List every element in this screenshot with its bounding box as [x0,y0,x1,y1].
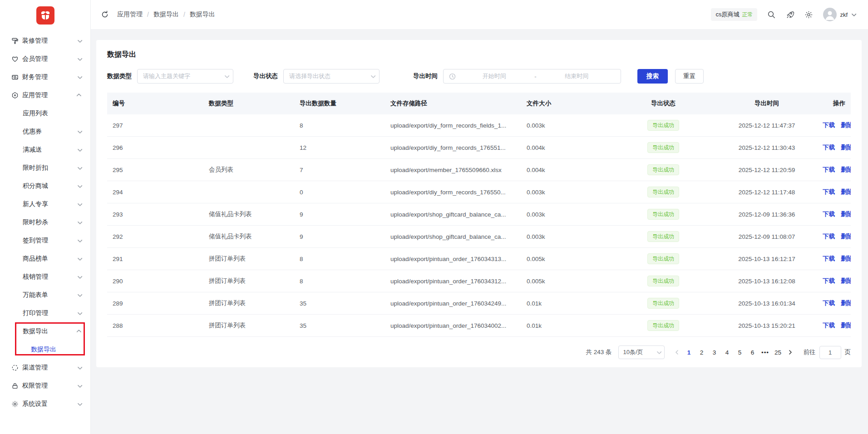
row-id: 291 [107,256,203,262]
delete-link[interactable]: 删除 [841,277,851,284]
delete-link[interactable]: 删除 [841,122,851,128]
col-count: 导出数据数量 [294,99,385,108]
page-number-last[interactable]: 25 [772,346,784,359]
sidebar-item-full-reduction[interactable]: 满减送 [0,141,90,159]
download-link[interactable]: 下载 [823,233,835,240]
page-number[interactable]: 6 [746,346,759,359]
row-id: 292 [107,233,203,240]
breadcrumb-item[interactable]: 数据导出 [153,10,179,19]
row-type: 会员列表 [203,166,294,174]
download-link[interactable]: 下载 [823,277,835,284]
filter-export-time: 导出时间 开始时间 - 结束时间 [413,69,621,84]
sidebar-item-finance[interactable]: 财务管理 [0,68,90,86]
sidebar-item-channel[interactable]: 渠道管理 [0,359,90,377]
sidebar-item-label: 新人专享 [23,200,77,208]
row-count: 7 [294,167,385,173]
sidebar-item-decoration[interactable]: 装修管理 [0,32,90,50]
logo[interactable] [0,0,90,31]
sidebar-item-data-export[interactable]: 数据导出 [0,340,90,359]
download-link[interactable]: 下载 [823,255,835,262]
row-size: 0.003k [521,233,610,240]
download-link[interactable]: 下载 [823,122,835,128]
download-link[interactable]: 下载 [823,300,835,306]
download-link[interactable]: 下载 [823,166,835,173]
pagination: 共 243 条 10条/页 1 2 3 4 5 6 ••• 25 [107,345,851,359]
goto-suffix: 页 [845,348,851,356]
delete-link[interactable]: 删除 [841,233,851,240]
search-icon[interactable] [767,10,776,19]
sidebar-item-label: 满减送 [23,146,77,154]
sidebar-item-verification[interactable]: 核销管理 [0,268,90,286]
status-badge: 导出成功 [647,164,679,175]
chevron-down-icon [77,383,82,389]
refresh-icon[interactable] [101,10,109,19]
download-link[interactable]: 下载 [823,211,835,217]
delete-link[interactable]: 删除 [841,255,851,262]
sidebar: 装修管理 会员管理 财务管理 应用管理 应用列表 优惠券 满减送 [0,0,91,434]
delete-link[interactable]: 删除 [841,211,851,217]
sidebar-item-ranking[interactable]: 商品榜单 [0,250,90,268]
delete-link[interactable]: 删除 [841,322,851,329]
sidebar-item-flash-sale[interactable]: 限时秒杀 [0,213,90,232]
sidebar-item-apps[interactable]: 应用管理 [0,86,90,104]
rocket-icon[interactable] [786,10,794,19]
sidebar-item-forms[interactable]: 万能表单 [0,286,90,304]
sidebar-item-print[interactable]: 打印管理 [0,304,90,322]
sidebar-item-newcomer[interactable]: 新人专享 [0,195,90,213]
table-row: 289 拼团订单列表 35 upload/export/pintuan_orde… [107,292,851,315]
search-button[interactable]: 搜索 [637,69,668,84]
sidebar-item-member[interactable]: 会员管理 [0,50,90,68]
more-pages-button[interactable]: ••• [759,346,772,359]
sidebar-item-app-list[interactable]: 应用列表 [0,104,90,123]
breadcrumb-item[interactable]: 应用管理 [117,10,143,19]
row-time: 2025-10-13 16:12:17 [716,256,817,262]
table-header: 编号 数据类型 导出数据数量 文件存储路径 文件大小 导出状态 导出时间 操作 [107,93,851,114]
page-number[interactable]: 2 [695,346,708,359]
download-link[interactable]: 下载 [823,144,835,151]
next-page-button[interactable] [784,346,796,359]
sidebar-item-points-mall[interactable]: 积分商城 [0,177,90,195]
row-type: 储值礼品卡列表 [203,210,294,218]
sidebar-item-label: 优惠券 [23,128,77,136]
download-link[interactable]: 下载 [823,188,835,195]
page-number[interactable]: 5 [734,346,746,359]
chevron-down-icon [77,74,82,80]
page-number[interactable]: 4 [721,346,734,359]
sidebar-item-permission[interactable]: 权限管理 [0,377,90,395]
col-status: 导出状态 [610,99,716,108]
sidebar-item-checkin[interactable]: 签到管理 [0,232,90,250]
download-link[interactable]: 下载 [823,322,835,329]
page-number[interactable]: 3 [708,346,721,359]
delete-link[interactable]: 删除 [841,188,851,195]
sidebar-item-coupon[interactable]: 优惠券 [0,123,90,141]
table-row: 297 8 upload/export/diy_form_records_fie… [107,114,851,137]
sidebar-item-data-export-group[interactable]: 数据导出 [0,322,90,340]
shop-status-badge: 正常 [742,11,753,19]
settings-gear-icon[interactable] [804,10,813,19]
page-number[interactable]: 1 [683,346,695,359]
row-time: 2025-12-12 11:30:43 [716,144,817,151]
page-size-select[interactable]: 10条/页 [618,345,665,359]
sidebar-item-settings[interactable]: 系统设置 [0,395,90,413]
shop-badge[interactable]: cs原商城 正常 [711,8,757,21]
delete-link[interactable]: 删除 [841,144,851,151]
main-area: 应用管理 / 数据导出 / 数据导出 cs原商城 正常 zkf [91,0,868,434]
data-type-select[interactable]: 请输入主题关键字 [137,69,233,84]
end-time-input[interactable]: 结束时间 [538,72,615,80]
row-size: 0.005k [521,256,610,262]
sidebar-item-limited-discount[interactable]: 限时折扣 [0,159,90,177]
chevron-down-icon [77,147,82,153]
row-type: 拼团订单列表 [203,277,294,285]
delete-link[interactable]: 删除 [841,300,851,306]
prev-page-button[interactable] [671,346,683,359]
export-status-select[interactable]: 请选择导出状态 [283,69,380,84]
sidebar-menu: 装修管理 会员管理 财务管理 应用管理 应用列表 优惠券 满减送 [0,31,90,413]
reset-button[interactable]: 重置 [675,69,704,84]
date-range-picker[interactable]: 开始时间 - 结束时间 [443,69,621,84]
user-menu[interactable]: zkf [823,8,856,21]
goto-page-input[interactable] [819,346,841,359]
chevron-down-icon [77,311,82,316]
start-time-input[interactable]: 开始时间 [456,72,533,80]
delete-link[interactable]: 删除 [841,166,851,173]
row-size: 0.01k [521,300,610,307]
